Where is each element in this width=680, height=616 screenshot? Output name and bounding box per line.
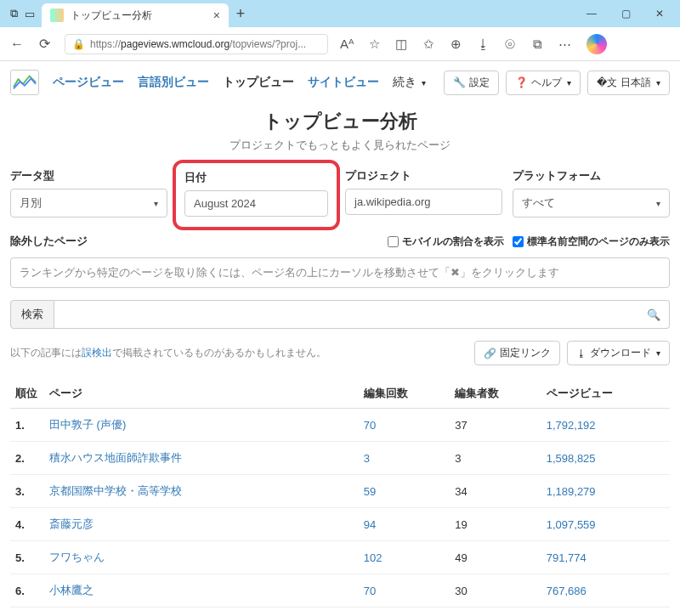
th-page[interactable]: ページ bbox=[44, 379, 359, 409]
collections-icon[interactable]: ⊕ bbox=[447, 37, 464, 52]
new-tab-button[interactable]: + bbox=[229, 5, 252, 23]
table-row: 3.京都国際中学校・高等学校59341,189,279 bbox=[10, 475, 670, 508]
page-link[interactable]: 田中敦子 (声優) bbox=[49, 418, 126, 431]
page-link[interactable]: 京都国際中学校・高等学校 bbox=[49, 484, 182, 497]
lock-icon: 🔒 bbox=[72, 38, 85, 50]
views-link[interactable]: 1,189,279 bbox=[547, 485, 596, 498]
datatype-select[interactable]: 月別▾ bbox=[10, 189, 167, 218]
download-icon: ⭳ bbox=[576, 348, 586, 359]
project-label: プロジェクト bbox=[345, 168, 502, 184]
editors-cell: 30 bbox=[450, 574, 541, 608]
tabs-icon[interactable]: ▭ bbox=[25, 8, 35, 20]
editors-cell: 19 bbox=[450, 508, 541, 541]
copilot-icon[interactable] bbox=[586, 34, 607, 54]
editors-cell: 49 bbox=[450, 541, 541, 574]
edits-link[interactable]: 70 bbox=[364, 585, 376, 597]
screenshot-icon[interactable]: ⧉ bbox=[529, 37, 546, 52]
views-link[interactable]: 1,792,192 bbox=[547, 419, 596, 432]
download-button[interactable]: ⭳ダウンロード▾ bbox=[567, 341, 670, 365]
chevron-down-icon: ▾ bbox=[422, 78, 426, 88]
edits-link[interactable]: 102 bbox=[364, 551, 382, 564]
th-views[interactable]: ページビュー bbox=[541, 379, 670, 409]
th-rank[interactable]: 順位 bbox=[10, 379, 44, 409]
language-button[interactable]: �文日本語▾ bbox=[587, 71, 670, 95]
menu-icon[interactable]: ⋯ bbox=[556, 37, 573, 52]
edits-link[interactable]: 94 bbox=[364, 518, 376, 531]
editors-cell: 3 bbox=[450, 442, 541, 475]
date-label: 日付 bbox=[184, 170, 328, 185]
mobile-checkbox[interactable]: モバイルの割合を表示 bbox=[388, 235, 504, 249]
browser-addressbar: ← ⟳ 🔒 https://pageviews.wmcloud.org/topv… bbox=[0, 27, 680, 61]
project-input[interactable]: ja.wikipedia.org bbox=[345, 189, 502, 215]
platform-select[interactable]: すべて▾ bbox=[513, 189, 670, 218]
nav-pageviews[interactable]: ページビュー bbox=[53, 75, 124, 90]
views-link[interactable]: 767,686 bbox=[547, 585, 586, 597]
globe-icon: �文 bbox=[597, 76, 617, 90]
window-close-icon[interactable]: ✕ bbox=[643, 0, 677, 27]
mainspace-checkbox[interactable]: 標準名前空間のページのみ表示 bbox=[513, 235, 670, 249]
th-editors[interactable]: 編集者数 bbox=[450, 379, 541, 409]
table-row: 5.フワちゃん10249791,774 bbox=[10, 541, 670, 574]
nav-refresh-icon[interactable]: ⟳ bbox=[34, 36, 54, 52]
views-link[interactable]: 791,774 bbox=[547, 551, 586, 564]
search-input[interactable]: 🔍 bbox=[54, 300, 670, 329]
table-row: 2.積水ハウス地面師詐欺事件331,598,825 bbox=[10, 442, 670, 475]
page-link[interactable]: フワちゃん bbox=[49, 551, 105, 563]
tab-title: トップビュー分析 bbox=[71, 8, 152, 23]
filter-controls: データ型 月別▾ 日付 August 2024 プロジェクト ja.wikipe… bbox=[10, 168, 670, 222]
rank-cell: 7. bbox=[10, 608, 44, 617]
question-icon: ❓ bbox=[515, 76, 528, 88]
chevron-down-icon: ▾ bbox=[656, 199, 660, 208]
views-link[interactable]: 1,598,825 bbox=[547, 452, 596, 465]
editors-cell: 37 bbox=[450, 409, 541, 442]
views-link[interactable]: 1,097,559 bbox=[547, 518, 596, 531]
tab-favicon-icon bbox=[50, 8, 64, 22]
chevron-down-icon: ▾ bbox=[154, 199, 158, 208]
readaloud-icon[interactable]: Aᴬ bbox=[338, 37, 355, 52]
page-subtitle: プロジェクトでもっともよく見られたページ bbox=[10, 138, 670, 153]
favorite-icon[interactable]: ☆ bbox=[366, 37, 382, 52]
extensions-icon[interactable]: ⦾ bbox=[502, 37, 518, 52]
settings-button[interactable]: 🔧設定 bbox=[444, 71, 499, 95]
rank-cell: 1. bbox=[10, 409, 44, 442]
downloads-icon[interactable]: ⭳ bbox=[474, 37, 491, 51]
window-maximize-icon[interactable]: ▢ bbox=[609, 0, 643, 27]
nav-langviews[interactable]: 言語別ビュー bbox=[138, 75, 209, 90]
nav-back-icon[interactable]: ← bbox=[7, 37, 27, 52]
help-button[interactable]: ❓ヘルプ▾ bbox=[506, 71, 581, 95]
date-input[interactable]: August 2024 bbox=[184, 190, 328, 217]
browser-tab[interactable]: トップビュー分析 × bbox=[42, 3, 229, 27]
window-minimize-icon[interactable]: — bbox=[575, 0, 609, 27]
falsepositive-link[interactable]: 誤検出 bbox=[82, 347, 112, 359]
th-edits[interactable]: 編集回数 bbox=[359, 379, 450, 409]
nav-siteviews[interactable]: サイトビュー bbox=[308, 75, 379, 90]
page-link[interactable]: 積水ハウス地面師詐欺事件 bbox=[49, 451, 182, 464]
date-highlight: 日付 August 2024 bbox=[173, 160, 340, 230]
rank-cell: 4. bbox=[10, 508, 44, 541]
exclude-input[interactable]: ランキングから特定のページを取り除くには、ページ名の上にカーソルを移動させて「✖… bbox=[10, 257, 670, 288]
permalink-button[interactable]: 🔗固定リンク bbox=[474, 341, 560, 365]
app-logo-icon[interactable] bbox=[10, 70, 39, 95]
url-input[interactable]: 🔒 https://pageviews.wmcloud.org/topviews… bbox=[65, 34, 328, 54]
workspace-icon[interactable]: ⧉ bbox=[10, 7, 18, 20]
link-icon: 🔗 bbox=[484, 348, 496, 359]
edits-link[interactable]: 70 bbox=[364, 419, 376, 432]
edits-link[interactable]: 3 bbox=[364, 452, 370, 465]
page-link[interactable]: 斎藤元彦 bbox=[49, 517, 94, 530]
search-button[interactable]: 検索 bbox=[10, 300, 54, 329]
search-icon: 🔍 bbox=[647, 308, 660, 321]
edits-link[interactable]: 59 bbox=[364, 485, 376, 498]
rank-cell: 5. bbox=[10, 541, 44, 574]
tab-close-icon[interactable]: × bbox=[213, 8, 220, 22]
url-text: https://pageviews.wmcloud.org/topviews/?… bbox=[90, 38, 306, 50]
page-title: トップビュー分析 bbox=[10, 109, 670, 134]
nav-continue[interactable]: 続き ▾ bbox=[393, 75, 426, 90]
favorites-icon[interactable]: ✩ bbox=[420, 37, 437, 52]
reader-icon[interactable]: ◫ bbox=[393, 37, 410, 52]
nav-topviews[interactable]: トップビュー bbox=[223, 75, 294, 90]
page-link[interactable]: 小林鷹之 bbox=[49, 584, 94, 596]
app-nav: ページビュー 言語別ビュー トップビュー サイトビュー 続き ▾ 🔧設定 ❓ヘル… bbox=[10, 66, 670, 104]
wrench-icon: 🔧 bbox=[453, 76, 466, 88]
window-titlebar: ⧉ ▭ トップビュー分析 × + — ▢ ✕ bbox=[0, 0, 680, 27]
editors-cell: 13 bbox=[450, 608, 541, 617]
